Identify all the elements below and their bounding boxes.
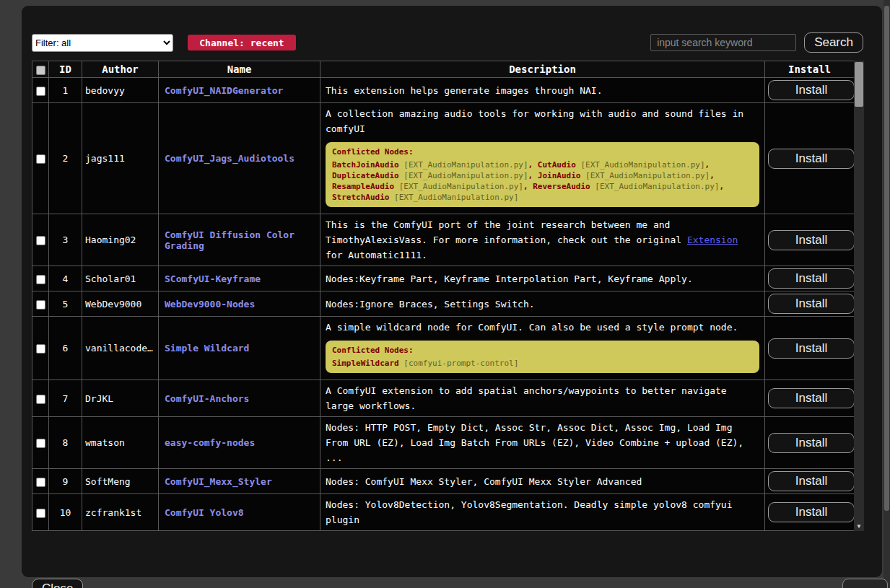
row-description: A collection amazing audio tools for wor… xyxy=(320,103,765,214)
custom-nodes-install-dialog: Filter: all Channel: recent Search ID Au… xyxy=(22,6,882,577)
install-button[interactable]: Install xyxy=(768,294,855,314)
conflicted-nodes-warning: Conflicted Nodes:SimpleWildcard [comfyui… xyxy=(326,341,759,373)
row-id: 8 xyxy=(49,417,82,469)
row-description: Nodes: HTTP POST, Empty Dict, Assoc Str,… xyxy=(320,417,765,469)
conflict-node-source: [EXT_AudioManipulation.py] xyxy=(399,182,523,191)
row-checkbox-cell xyxy=(32,78,49,103)
row-id: 2 xyxy=(49,103,82,214)
table-row: 9SoftMengComfyUI_Mexx_StylerNodes: Comfy… xyxy=(32,469,855,494)
row-id: 9 xyxy=(49,469,82,494)
row-name-link[interactable]: WebDev9000-Nodes xyxy=(159,291,320,317)
conflict-node-name: ReverseAudio xyxy=(533,182,590,191)
row-name-link[interactable]: ComfyUI Yolov8 xyxy=(159,494,320,531)
table-row: 2jags111ComfyUI_Jags_AudiotoolsA collect… xyxy=(32,103,855,214)
row-checkbox-cell xyxy=(32,214,49,266)
conflict-node-source: [comfyui-prompt-control] xyxy=(403,359,518,368)
install-button[interactable]: Install xyxy=(768,80,855,100)
row-checkbox[interactable] xyxy=(36,395,45,404)
install-button[interactable]: Install xyxy=(768,433,855,453)
table-body: 1bedovyyComfyUI_NAIDGeneratorThis extens… xyxy=(32,78,855,531)
scroll-down-arrow-icon[interactable]: ▼ xyxy=(854,522,864,531)
row-checkbox-cell xyxy=(32,469,49,494)
description-link[interactable]: Extension xyxy=(687,234,738,245)
install-button[interactable]: Install xyxy=(768,149,855,169)
row-description: A simple wildcard node for ComfyUI. Can … xyxy=(320,317,765,380)
row-author: Haoming02 xyxy=(82,214,159,266)
install-button[interactable]: Install xyxy=(768,268,855,289)
row-name-link[interactable]: Simple Wildcard xyxy=(159,317,320,380)
nodes-table-wrap: ID Author Name Description Install 1bedo… xyxy=(32,61,864,531)
row-name-link[interactable]: SComfyUI-Keyframe xyxy=(159,266,320,291)
table-row: 7DrJKLComfyUI-AnchorsA ComfyUI extension… xyxy=(32,380,855,417)
row-install-cell: Install xyxy=(765,78,855,103)
conflict-node-name: BatchJoinAudio xyxy=(332,160,399,170)
col-header-id: ID xyxy=(49,61,82,78)
row-description: This extension helps generate images thr… xyxy=(320,78,765,103)
row-id: 7 xyxy=(49,380,82,417)
row-checkbox[interactable] xyxy=(36,344,45,354)
row-checkbox[interactable] xyxy=(36,439,45,448)
row-name-link[interactable]: ComfyUI-Anchors xyxy=(159,380,320,417)
row-checkbox[interactable] xyxy=(36,87,45,96)
row-install-cell: Install xyxy=(765,317,855,380)
row-checkbox[interactable] xyxy=(36,154,45,164)
row-author: bedovyy xyxy=(82,78,159,103)
row-id: 6 xyxy=(49,317,82,380)
conflict-node-source: [EXT_AudioManipulation.py] xyxy=(403,160,528,170)
table-row: 10zcfrank1stComfyUI Yolov8Nodes: Yolov8D… xyxy=(32,494,855,531)
row-install-cell: Install xyxy=(765,291,855,317)
conflict-node-source: [EXT_AudioManipulation.py] xyxy=(580,160,704,170)
search-button[interactable]: Search xyxy=(804,32,863,53)
search-input[interactable] xyxy=(650,34,796,51)
row-name-link[interactable]: ComfyUI Diffusion Color Grading xyxy=(159,214,320,266)
page-scrollbar-thumb[interactable] xyxy=(884,6,889,511)
page-scrollbar[interactable] xyxy=(884,0,890,588)
row-install-cell: Install xyxy=(765,417,855,469)
close-button[interactable]: Close xyxy=(32,579,83,588)
row-description: Nodes:Ignore Braces, Settings Switch. xyxy=(320,291,765,317)
install-button[interactable]: Install xyxy=(768,471,855,491)
install-button[interactable]: Install xyxy=(768,502,855,522)
table-scrollbar-thumb[interactable] xyxy=(855,62,863,107)
row-checkbox-cell xyxy=(32,291,49,317)
row-author: zcfrank1st xyxy=(82,494,159,531)
conflict-node-source: [EXT_AudioManipulation.py] xyxy=(595,182,719,191)
row-checkbox-cell xyxy=(32,494,49,531)
row-checkbox[interactable] xyxy=(36,236,45,245)
install-button[interactable]: Install xyxy=(768,230,855,250)
row-install-cell: Install xyxy=(765,214,855,266)
conflict-node-name: JoinAudio xyxy=(538,171,581,180)
install-button[interactable]: Install xyxy=(768,388,855,408)
background-partial-button xyxy=(842,579,888,588)
table-row: 3Haoming02ComfyUI Diffusion Color Gradin… xyxy=(32,214,855,266)
row-name-link[interactable]: ComfyUI_Mexx_Styler xyxy=(159,469,320,494)
filter-select[interactable]: Filter: all xyxy=(32,34,173,52)
nodes-table: ID Author Name Description Install 1bedo… xyxy=(32,61,855,531)
conflict-node-name: ResampleAudio xyxy=(332,182,394,191)
row-name-link[interactable]: easy-comfy-nodes xyxy=(159,417,320,469)
row-install-cell: Install xyxy=(765,469,855,494)
conflict-node-name: DuplicateAudio xyxy=(332,171,399,180)
row-id: 3 xyxy=(49,214,82,266)
row-checkbox[interactable] xyxy=(36,275,45,284)
row-checkbox[interactable] xyxy=(36,300,45,310)
row-name-link[interactable]: ComfyUI_NAIDGenerator xyxy=(159,78,320,103)
col-header-author: Author xyxy=(82,61,159,78)
row-checkbox-cell xyxy=(32,266,49,291)
conflict-node-name: SimpleWildcard xyxy=(332,359,399,368)
table-scrollbar[interactable]: ▼ xyxy=(854,61,864,531)
install-button[interactable]: Install xyxy=(768,338,855,359)
row-checkbox[interactable] xyxy=(36,478,45,487)
row-install-cell: Install xyxy=(765,380,855,417)
select-all-checkbox[interactable] xyxy=(36,66,45,75)
row-install-cell: Install xyxy=(765,494,855,531)
row-id: 10 xyxy=(49,494,82,531)
row-checkbox[interactable] xyxy=(36,509,45,518)
row-name-link[interactable]: ComfyUI_Jags_Audiotools xyxy=(159,103,320,214)
dialog-footer: Close xyxy=(32,579,872,588)
conflict-title: Conflicted Nodes: xyxy=(332,345,753,356)
table-row: 8wmatsoneasy-comfy-nodesNodes: HTTP POST… xyxy=(32,417,855,469)
row-author: wmatson xyxy=(82,417,159,469)
col-header-name: Name xyxy=(159,61,320,78)
conflict-node-name: StretchAudio xyxy=(332,193,389,202)
